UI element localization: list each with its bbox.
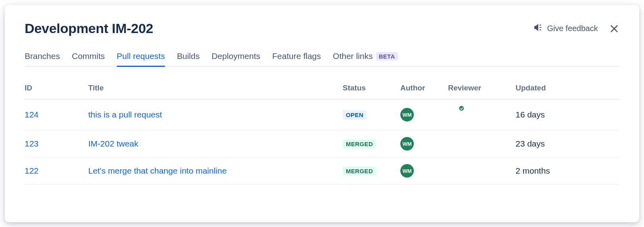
tab-label: Pull requests <box>117 51 165 61</box>
pr-title-link[interactable]: IM-202 tweak <box>88 139 138 148</box>
table-row: 122 Let's merge that change into mainlin… <box>25 158 619 185</box>
tab-deployments[interactable]: Deployments <box>211 51 260 67</box>
status-badge: OPEN <box>343 110 367 119</box>
col-id: ID <box>25 84 88 92</box>
beta-badge: BETA <box>376 52 398 61</box>
tab-commits[interactable]: Commits <box>72 51 105 67</box>
tab-label: Builds <box>177 51 200 61</box>
tab-label: Branches <box>25 51 60 61</box>
status-badge: MERGED <box>343 166 376 176</box>
col-reviewer: Reviewer <box>448 84 516 92</box>
table-header: ID Title Status Author Reviewer Updated <box>25 84 619 100</box>
table-row: 124 this is a pull request OPEN WM 16 da… <box>25 100 619 131</box>
updated-text: 2 months <box>516 166 619 176</box>
tab-label: Other links <box>333 51 372 61</box>
status-badge: MERGED <box>343 139 376 149</box>
page-title: Development IM-202 <box>25 21 153 36</box>
col-author: Author <box>400 84 448 92</box>
tab-label: Commits <box>72 51 105 61</box>
header-actions: Give feedback <box>533 23 619 34</box>
megaphone-icon <box>533 23 543 34</box>
tab-builds[interactable]: Builds <box>177 51 200 67</box>
col-title: Title <box>88 84 343 92</box>
pr-title-link[interactable]: Let's merge that change into mainline <box>88 166 227 175</box>
updated-text: 16 days <box>516 110 619 119</box>
pr-title-link[interactable]: this is a pull request <box>88 110 162 119</box>
give-feedback-button[interactable]: Give feedback <box>533 23 598 34</box>
pr-id-link[interactable]: 123 <box>25 139 39 148</box>
pr-id-link[interactable]: 124 <box>25 110 39 119</box>
table-body: 124 this is a pull request OPEN WM 16 da… <box>25 100 619 185</box>
tab-other-links[interactable]: Other links BETA <box>333 51 398 67</box>
approved-check-icon <box>458 105 465 112</box>
updated-text: 23 days <box>516 139 619 149</box>
author-avatar[interactable]: WM <box>400 137 414 151</box>
table-row: 123 IM-202 tweak MERGED WM 23 days <box>25 131 619 158</box>
close-icon[interactable] <box>609 23 619 34</box>
tab-feature-flags[interactable]: Feature flags <box>272 51 321 67</box>
tab-pull-requests[interactable]: Pull requests <box>117 51 165 67</box>
tab-branches[interactable]: Branches <box>25 51 60 67</box>
col-status: Status <box>343 84 400 92</box>
tab-label: Feature flags <box>272 51 321 61</box>
pull-requests-table: ID Title Status Author Reviewer Updated … <box>25 84 619 185</box>
author-avatar[interactable]: WM <box>400 108 414 121</box>
tab-label: Deployments <box>211 51 260 61</box>
development-panel: Development IM-202 Give feedback Branche… <box>5 5 639 222</box>
author-avatar[interactable]: WM <box>400 164 414 178</box>
pr-id-link[interactable]: 122 <box>25 166 39 175</box>
reviewer-avatar[interactable] <box>448 106 464 122</box>
give-feedback-label: Give feedback <box>547 24 598 33</box>
panel-header: Development IM-202 Give feedback <box>25 21 619 36</box>
tab-bar: Branches Commits Pull requests Builds De… <box>25 51 619 67</box>
col-updated: Updated <box>516 84 619 92</box>
